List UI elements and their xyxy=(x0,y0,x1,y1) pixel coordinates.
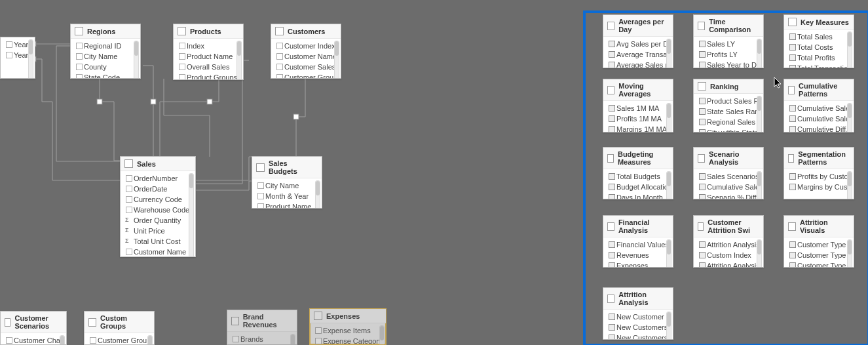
field-item[interactable]: Currency Code xyxy=(124,194,193,205)
table-card[interactable]: ExpensesExpense ItemsExpense CategoryExp… xyxy=(309,308,387,345)
table-body[interactable]: Sales ScenariosCumulative Sales SceScena… xyxy=(694,169,763,199)
field-item[interactable]: Days In Month xyxy=(607,192,670,199)
table-header[interactable]: Customer Scenarios xyxy=(1,312,66,333)
scrollbar[interactable] xyxy=(315,180,320,209)
field-item[interactable]: Profits by Custom Grou xyxy=(788,171,851,182)
table-header[interactable]: Time Comparison xyxy=(694,15,763,37)
field-item[interactable]: State Sales Rank xyxy=(698,106,761,117)
table-header[interactable]: Ranking xyxy=(694,79,763,94)
table-header[interactable]: Scenario Analysis xyxy=(694,148,763,169)
table-body[interactable]: City NameMonth & YearProduct NameCustome… xyxy=(252,178,322,209)
table-card[interactable]: Moving AveragesSales 1M MAProfits 1M MAM… xyxy=(603,79,673,132)
table-body[interactable]: Sales LYProfits LYSales Year to DateSale… xyxy=(694,37,763,68)
scrollbar[interactable] xyxy=(757,239,762,268)
table-header[interactable]: Segmentation Patterns xyxy=(784,148,854,169)
table-card[interactable]: Financial AnalysisFinancial ValuesRevenu… xyxy=(603,215,673,268)
scrollbar[interactable] xyxy=(666,39,671,68)
table-card[interactable]: Attrition AnalysisNew Customer SalesNew … xyxy=(603,287,673,340)
field-item[interactable]: City Name xyxy=(256,180,319,191)
scrollbar[interactable] xyxy=(757,39,762,68)
table-header[interactable]: Key Measures xyxy=(784,15,854,30)
table-body[interactable]: Profits by Custom GrouMargins by Custom … xyxy=(784,169,854,199)
table-card[interactable]: Custom GroupsCustomer GroupsMin RankMax … xyxy=(84,311,155,345)
scrollbar[interactable] xyxy=(757,171,762,199)
field-item[interactable]: Customer Groups xyxy=(88,335,151,345)
field-item[interactable]: Cumulative Sales xyxy=(788,103,851,113)
field-item[interactable]: Unit Price xyxy=(124,226,193,236)
table-header[interactable]: Expenses xyxy=(310,309,386,323)
table-card[interactable]: Customer Attrition SwiAttrition Analysis… xyxy=(693,215,764,268)
field-item[interactable]: Product Name xyxy=(178,51,240,62)
table-body[interactable]: Attrition AnalysisCustom IndexAttrition … xyxy=(694,237,763,268)
table-header[interactable]: Sales Budgets xyxy=(252,157,322,178)
field-item[interactable]: Avg Sales per Day xyxy=(607,39,670,49)
field-item[interactable]: Overall Sales xyxy=(178,62,240,72)
scrollbar[interactable] xyxy=(847,171,852,199)
table-card[interactable]: Scenario AnalysisSales ScenariosCumulati… xyxy=(693,147,764,199)
table-header[interactable]: Averages per Day xyxy=(603,15,673,37)
field-item[interactable]: Budget Allocation xyxy=(607,182,670,192)
table-header[interactable]: Attrition Analysis xyxy=(603,288,673,310)
field-item[interactable]: Customer Name Index xyxy=(124,247,193,257)
table-header[interactable]: Regions xyxy=(71,24,140,39)
table-body[interactable]: BrandsMonth & YearCategory xyxy=(227,332,297,345)
table-body[interactable]: Expense ItemsExpense CategoryExpense Mon… xyxy=(310,323,386,345)
field-item[interactable]: Regional Sales Rank xyxy=(698,117,761,127)
table-body[interactable]: Regional IDCity NameCountyState CodeStat… xyxy=(71,39,140,79)
field-item[interactable]: New Customer Sales xyxy=(607,312,670,322)
table-body[interactable]: Sales 1M MAProfits 1M MAMargins 1M MA xyxy=(603,101,673,132)
field-item[interactable]: Cumulative Sales LY xyxy=(788,113,851,124)
scrollbar[interactable] xyxy=(60,335,65,345)
field-item[interactable]: Sales Year to Date xyxy=(698,60,761,68)
field-item[interactable]: Regional ID xyxy=(75,41,138,51)
table-body[interactable]: Total BudgetsBudget AllocationDays In Mo… xyxy=(603,169,673,199)
table-header[interactable]: Sales xyxy=(121,157,195,171)
table-body[interactable]: Customer GroupsMin RankMax Rank xyxy=(85,333,154,345)
scrollbar[interactable] xyxy=(334,41,339,79)
field-item[interactable]: Expenses xyxy=(607,260,670,268)
field-item[interactable]: County xyxy=(75,62,138,72)
table-header[interactable]: Products xyxy=(174,24,243,39)
scrollbar[interactable] xyxy=(666,312,671,340)
field-item[interactable]: Margins by Custom Gro xyxy=(788,182,851,192)
field-item[interactable]: Total Transactions xyxy=(788,63,851,68)
table-body[interactable]: Customer IndexCustomer NamesCustomer Sal… xyxy=(271,39,341,79)
table-card[interactable]: Cumulative PatternsCumulative SalesCumul… xyxy=(783,79,854,132)
table-body[interactable]: Customer Change ScenCustomer Scenarios xyxy=(1,333,66,345)
field-item[interactable]: Customer Names xyxy=(275,51,338,62)
field-item[interactable]: Expense Items xyxy=(314,325,383,336)
table-card[interactable]: CustomersCustomer IndexCustomer NamesCus… xyxy=(271,24,341,79)
table-card[interactable]: Customer ScenariosCustomer Change ScenCu… xyxy=(0,311,67,345)
table-body[interactable]: OrderNumberOrderDateCurrency CodeWarehou… xyxy=(121,171,195,257)
field-item[interactable]: Average Transactions xyxy=(607,49,670,60)
table-header[interactable]: Customer Attrition Swi xyxy=(694,216,763,237)
table-card[interactable]: Brand RevenuesBrandsMonth & YearCategory xyxy=(227,310,297,345)
field-item[interactable]: City within State Sale xyxy=(698,127,761,132)
field-item[interactable]: Margins 1M MA xyxy=(607,124,670,132)
scrollbar[interactable] xyxy=(757,96,762,132)
field-item[interactable]: Brands xyxy=(231,334,294,344)
scrollbar[interactable] xyxy=(666,103,671,132)
table-body[interactable]: Avg Sales per DayAverage TransactionsAve… xyxy=(603,37,673,68)
field-item[interactable]: Customer Change Scen xyxy=(5,335,64,345)
field-item[interactable]: Revenues xyxy=(607,250,670,260)
field-item[interactable]: Profits LY xyxy=(698,49,761,60)
scrollbar[interactable] xyxy=(290,334,295,345)
field-item[interactable]: OrderDate xyxy=(124,184,193,194)
field-item[interactable]: OrderNumber xyxy=(124,173,193,184)
field-item[interactable]: Order Quantity xyxy=(124,215,193,226)
table-card[interactable]: Budgeting MeasuresTotal BudgetsBudget Al… xyxy=(603,147,673,199)
table-card[interactable]: RankingProduct Sales RankState Sales Ran… xyxy=(693,79,764,132)
field-item[interactable]: State Code xyxy=(75,72,138,79)
table-card[interactable]: Averages per DayAvg Sales per DayAverage… xyxy=(603,14,673,68)
field-item[interactable]: Month & Year xyxy=(256,191,319,201)
field-item[interactable]: Product Name xyxy=(256,201,319,209)
table-card[interactable]: Key MeasuresTotal SalesTotal CostsTotal … xyxy=(783,14,854,68)
table-header[interactable]: Moving Averages xyxy=(603,79,673,101)
field-item[interactable]: City Name xyxy=(75,51,138,62)
table-card[interactable]: ProductsIndexProduct NameOverall SalesPr… xyxy=(173,24,244,80)
table-card[interactable]: Attrition VisualsCustomer Type SalesCust… xyxy=(783,215,854,268)
field-item[interactable]: Financial Values xyxy=(607,239,670,250)
field-item[interactable]: Expense Category xyxy=(314,336,383,345)
scrollbar[interactable] xyxy=(189,173,194,257)
